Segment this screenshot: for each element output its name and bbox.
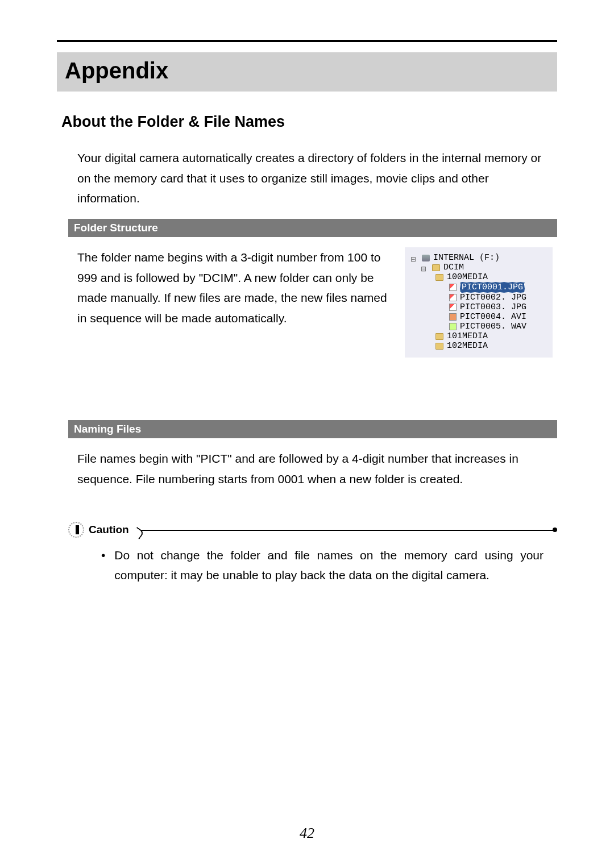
caution-body: • Do not change the folder and file name…	[101, 546, 544, 585]
avi-icon	[449, 313, 457, 321]
collapse-icon	[410, 255, 418, 261]
caution-curve	[132, 527, 144, 539]
caution-icon	[68, 522, 84, 538]
tree-file-2-label: PICT0002. JPG	[460, 293, 526, 302]
tree-100media-label: 100MEDIA	[447, 272, 488, 282]
page: Appendix About the Folder & File Names Y…	[0, 0, 614, 868]
caution-text: Do not change the folder and file names …	[114, 546, 544, 585]
bullet-icon: •	[101, 546, 105, 585]
subheading-naming-files: Naming Files	[68, 420, 557, 438]
tree-root-label: INTERNAL (F:)	[433, 253, 500, 263]
subheading-folder-structure: Folder Structure	[68, 219, 557, 237]
tree-file-4: PICT0004. AVI	[410, 312, 548, 322]
top-rule	[57, 40, 557, 42]
folder-icon	[435, 274, 443, 281]
tree-dcim-label: DCIM	[443, 263, 464, 272]
folder-structure-text: The folder name begins with a 3-digit nu…	[77, 247, 391, 329]
collapse-icon	[421, 264, 429, 271]
wav-icon	[449, 323, 457, 330]
folder-icon	[432, 264, 440, 271]
tree-dcim: DCIM	[410, 263, 548, 272]
caution-header: Caution	[68, 522, 557, 538]
tree-file-4-label: PICT0004. AVI	[460, 312, 526, 322]
tree-file-3: PICT0003. JPG	[410, 302, 548, 312]
tree-file-5-label: PICT0005. WAV	[460, 322, 526, 331]
naming-files-text: File names begin with "PICT" and are fol…	[77, 448, 553, 489]
caution-label: Caution	[89, 524, 129, 536]
jpg-icon	[449, 304, 457, 311]
jpg-icon	[449, 294, 457, 301]
tree-file-3-label: PICT0003. JPG	[460, 302, 526, 312]
appendix-heading-bar: Appendix	[57, 52, 557, 92]
tree-102media: 102MEDIA	[410, 341, 548, 351]
page-number: 42	[0, 825, 614, 842]
folder-structure-row: The folder name begins with a 3-digit nu…	[77, 247, 553, 358]
folder-icon	[435, 343, 443, 350]
tree-100media: 100MEDIA	[410, 272, 548, 282]
caution-box: Caution • Do not change the folder and f…	[68, 522, 557, 585]
tree-root: INTERNAL (F:)	[410, 253, 548, 263]
drive-icon	[422, 255, 430, 261]
folder-tree-diagram: INTERNAL (F:) DCIM 100MEDIA PICT0001.JPG…	[405, 247, 553, 358]
tree-101media: 101MEDIA	[410, 331, 548, 341]
tree-102media-label: 102MEDIA	[447, 341, 488, 351]
section-title: About the Folder & File Names	[61, 113, 557, 131]
tree-file-2: PICT0002. JPG	[410, 293, 548, 302]
jpg-icon	[449, 284, 457, 291]
intro-paragraph: Your digital camera automatically create…	[77, 148, 553, 209]
tree-file-1: PICT0001.JPG	[410, 282, 548, 293]
folder-icon	[435, 333, 443, 340]
tree-101media-label: 101MEDIA	[447, 331, 488, 341]
tree-file-1-label: PICT0001.JPG	[460, 282, 525, 293]
caution-line	[140, 530, 554, 531]
appendix-title: Appendix	[65, 58, 549, 84]
tree-file-5: PICT0005. WAV	[410, 322, 548, 331]
